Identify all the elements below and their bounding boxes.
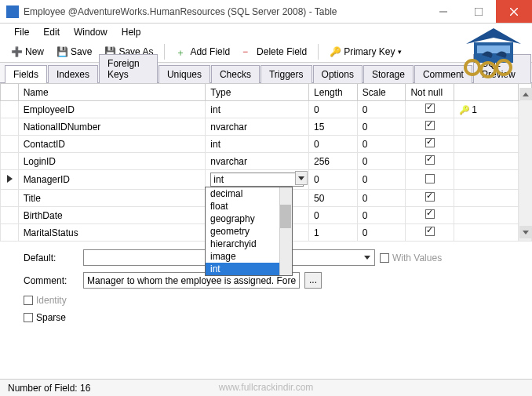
identity-label: Identity [36, 295, 67, 306]
cell-notnull[interactable] [406, 224, 454, 242]
cell-scale[interactable]: 0 [357, 207, 406, 224]
cell-length[interactable]: 0 [309, 136, 358, 153]
primarykey-button[interactable]: 🔑Primary Key ▾ [325, 45, 406, 59]
cell-type[interactable]: nvarchar [206, 153, 309, 170]
cell-length[interactable]: 0 [309, 170, 358, 190]
col-pk[interactable] [454, 84, 519, 101]
notnull-checkbox[interactable] [425, 121, 435, 130]
cell-length[interactable]: 15 [309, 118, 358, 136]
comment-label: Comment: [24, 275, 78, 286]
tab-options[interactable]: Options [313, 65, 363, 83]
plus-icon: ➕ [11, 46, 22, 57]
menu-file[interactable]: File [8, 25, 35, 39]
cell-length[interactable]: 0 [309, 101, 358, 118]
cell-scale[interactable]: 0 [357, 118, 406, 136]
notnull-checkbox[interactable] [425, 155, 435, 165]
cell-pk[interactable] [454, 224, 519, 242]
col-name[interactable]: Name [18, 84, 206, 101]
col-length[interactable]: Length [309, 84, 358, 101]
cell-scale[interactable]: 0 [357, 153, 406, 170]
notnull-checkbox[interactable] [425, 209, 435, 219]
cell-pk[interactable] [454, 207, 519, 224]
cell-scale[interactable]: 0 [357, 190, 406, 207]
cell-notnull[interactable] [406, 101, 454, 118]
tab-foreignkeys[interactable]: Foreign Keys [99, 54, 158, 83]
title-bar: Employee @AdventureWorks.HumanResources … [0, 0, 532, 24]
deletefield-button[interactable]: −Delete Field [238, 45, 312, 59]
menu-edit[interactable]: Edit [37, 25, 66, 39]
cell-length[interactable]: 1 [309, 224, 358, 242]
cell-pk[interactable] [454, 118, 519, 136]
close-button[interactable] [496, 0, 532, 23]
new-button[interactable]: ➕New [6, 45, 49, 59]
cell-pk[interactable]: 1 [454, 101, 519, 118]
cell-name[interactable]: MaritalStatus [18, 224, 206, 242]
cell-notnull[interactable] [406, 118, 454, 136]
cell-length[interactable]: 50 [309, 190, 358, 207]
tab-comment[interactable]: Comment [414, 65, 472, 83]
type-input[interactable] [210, 173, 304, 187]
cell-notnull[interactable] [406, 153, 454, 170]
notnull-checkbox[interactable] [425, 227, 435, 236]
col-scale[interactable]: Scale [357, 84, 406, 101]
col-type[interactable]: Type [206, 84, 309, 101]
menu-window[interactable]: Window [67, 25, 114, 39]
dropdown-scroll-thumb[interactable] [280, 205, 291, 228]
cell-name[interactable]: ContactID [18, 136, 206, 153]
tab-fields[interactable]: Fields [5, 65, 47, 83]
notnull-checkbox[interactable] [425, 138, 435, 147]
notnull-checkbox[interactable] [425, 192, 435, 202]
cell-name[interactable]: EmployeeID [18, 101, 206, 118]
cell-notnull[interactable] [406, 136, 454, 153]
cell-type[interactable]: int [206, 101, 309, 118]
tab-uniques[interactable]: Uniques [159, 65, 210, 83]
table-row[interactable]: LoginIDnvarchar2560 [1, 153, 532, 170]
row-indicator-header [1, 84, 19, 101]
grid-vertical-scrollbar[interactable] [519, 88, 532, 238]
cell-name[interactable]: LoginID [18, 153, 206, 170]
cell-scale[interactable]: 0 [357, 101, 406, 118]
row-indicator [1, 224, 19, 242]
cell-length[interactable]: 256 [309, 153, 358, 170]
cell-type[interactable]: nvarchar [206, 118, 309, 136]
minimize-button[interactable] [425, 0, 461, 23]
cell-scale[interactable]: 0 [357, 136, 406, 153]
cell-notnull[interactable] [406, 190, 454, 207]
cell-pk[interactable] [454, 190, 519, 207]
menu-help[interactable]: Help [115, 25, 148, 39]
notnull-checkbox[interactable] [425, 104, 435, 113]
scroll-up-button[interactable] [519, 88, 532, 100]
cell-scale[interactable]: 0 [357, 170, 406, 190]
cell-pk[interactable] [454, 136, 519, 153]
table-row[interactable]: EmployeeIDint001 [1, 101, 532, 118]
notnull-checkbox[interactable] [425, 174, 435, 183]
cell-name[interactable]: ManagerID [18, 170, 206, 190]
cell-scale[interactable]: 0 [357, 224, 406, 242]
cell-notnull[interactable] [406, 170, 454, 190]
type-dropdown-button[interactable] [295, 171, 308, 185]
tab-triggers[interactable]: Triggers [261, 65, 312, 83]
cell-name[interactable]: Title [18, 190, 206, 207]
col-notnull[interactable]: Not null [406, 84, 454, 101]
cell-length[interactable]: 0 [309, 207, 358, 224]
type-dropdown-list[interactable]: decimalfloatgeographygeometryhierarchyid… [205, 187, 293, 276]
tab-checks[interactable]: Checks [211, 65, 260, 83]
cell-pk[interactable] [454, 153, 519, 170]
table-row[interactable]: NationalIDNumbernvarchar150 [1, 118, 532, 136]
cell-notnull[interactable] [406, 207, 454, 224]
cell-name[interactable]: BirthDate [18, 207, 206, 224]
cell-name[interactable]: NationalIDNumber [18, 118, 206, 136]
tab-sqlpreview[interactable]: SQL Preview [473, 54, 531, 83]
cell-type[interactable]: int [206, 136, 309, 153]
cell-pk[interactable] [454, 170, 519, 190]
tab-storage[interactable]: Storage [363, 65, 414, 83]
tab-indexes[interactable]: Indexes [48, 65, 98, 83]
scroll-down-button[interactable] [519, 226, 532, 238]
save-button[interactable]: 💾Save [52, 45, 97, 59]
maximize-button[interactable] [461, 0, 496, 23]
sparse-checkbox[interactable] [24, 313, 33, 322]
addfield-button[interactable]: ＋Add Field [171, 45, 235, 59]
table-row[interactable]: ContactIDint00 [1, 136, 532, 153]
dropdown-scrollbar[interactable] [279, 187, 292, 275]
comment-ellipsis-button[interactable]: ... [304, 272, 322, 289]
